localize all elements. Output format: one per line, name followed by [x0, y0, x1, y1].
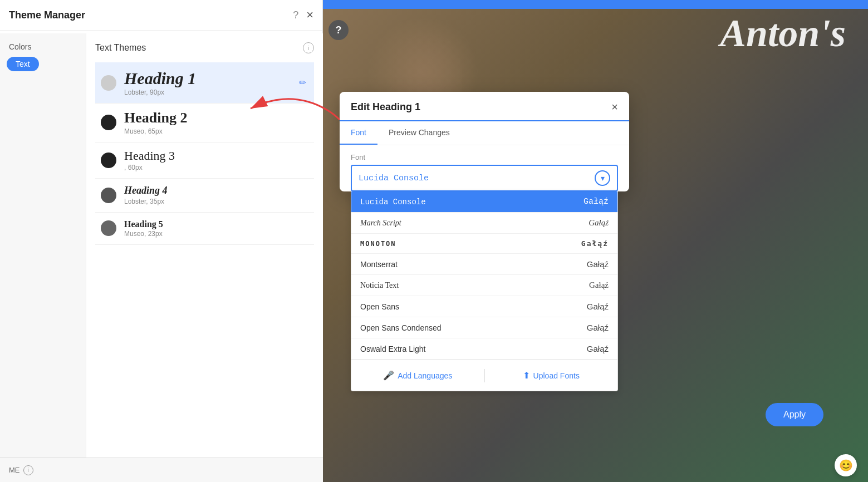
question-icon: ?: [336, 24, 342, 36]
bottom-bar-text: ME: [9, 466, 20, 474]
heading-3-item[interactable]: Heading 3 , 60px: [95, 142, 314, 179]
close-icon: ×: [306, 8, 313, 22]
font-option-open-sans[interactable]: Open Sans Gałąź: [351, 296, 617, 317]
help-button[interactable]: ?: [328, 20, 349, 40]
edit-dialog-title: Edit Heading 1: [351, 101, 420, 113]
font-selector-value: Lucida Console: [359, 174, 429, 183]
heading-1-sub: Lobster, 90px: [124, 88, 297, 96]
heading-1-name: Heading 1: [124, 69, 297, 87]
font-preview-lucida-console: Gałąź: [583, 197, 609, 206]
heading-5-item[interactable]: Heading 5 Museo, 23px: [95, 213, 314, 245]
heading-3-sub: , 60px: [124, 164, 308, 171]
font-preview-open-sans-condensed: Gałąź: [587, 323, 609, 332]
chevron-down-icon[interactable]: ▾: [595, 170, 610, 186]
font-option-open-sans-condensed[interactable]: Open Sans Condensed Gałąź: [351, 317, 617, 338]
smiley-icon: 😊: [839, 459, 853, 472]
bottom-bar: ME i: [0, 458, 323, 482]
tab-font[interactable]: Font: [340, 121, 377, 145]
canvas-top-bar: [323, 0, 868, 9]
bottom-info-icon[interactable]: i: [23, 465, 33, 475]
font-name-monoton: MONOTON: [360, 240, 396, 248]
font-name-oswald-extra-light: Oswald Extra Light: [360, 345, 426, 353]
heading-2-content: Heading 2 Museo, 65px: [124, 110, 308, 135]
close-button[interactable]: ×: [306, 8, 313, 22]
theme-manager-header: Theme Manager ? ×: [0, 0, 322, 31]
font-option-lucida-console[interactable]: Lucida Console Gałąź: [351, 191, 617, 213]
edit-dialog-tabs: Font Preview Changes: [340, 121, 629, 145]
add-languages-label: Add Languages: [398, 371, 452, 380]
header-icons: ? ×: [293, 8, 313, 22]
info-symbol: i: [27, 467, 28, 473]
font-name-march-script: March Script: [360, 219, 401, 228]
font-name-open-sans: Open Sans: [360, 302, 399, 311]
font-dropdown-list[interactable]: Lucida Console Gałąź March Script Gałąź …: [351, 191, 617, 360]
tab-preview-changes[interactable]: Preview Changes: [377, 121, 461, 145]
sidebar: Colors Text: [0, 33, 86, 482]
apply-button[interactable]: Apply: [766, 403, 823, 426]
font-dropdown-footer: 🎤 Add Languages ⬆ Upload Fonts: [351, 360, 617, 391]
font-option-march-script[interactable]: March Script Gałąź: [351, 213, 617, 234]
font-selector-input[interactable]: Lucida Console ▾: [351, 165, 618, 191]
heading-4-sub: Lobster, 35px: [124, 198, 308, 205]
font-option-monoton[interactable]: MONOTON Gałąź: [351, 234, 617, 254]
heading-2-sub: Museo, 65px: [124, 127, 308, 135]
heading-3-dot: [101, 153, 116, 168]
chat-bubble-button[interactable]: 😊: [835, 454, 857, 476]
heading-1-item[interactable]: Heading 1 Lobster, 90px ✏: [95, 62, 314, 104]
font-option-montserrat[interactable]: Montserrat Gałąź: [351, 254, 617, 275]
heading-5-content: Heading 5 Museo, 23px: [124, 219, 308, 238]
font-preview-open-sans: Gałąź: [587, 302, 609, 311]
add-languages-button[interactable]: 🎤 Add Languages: [351, 366, 484, 385]
sidebar-item-text[interactable]: Text: [7, 57, 39, 71]
font-selector-label: Font: [351, 153, 618, 161]
heading-5-sub: Museo, 23px: [124, 230, 308, 238]
heading-3-content: Heading 3 , 60px: [124, 149, 308, 171]
font-name-noticia-text: Noticia Text: [360, 281, 399, 290]
theme-manager-panel: Theme Manager ? × Colors Text Text Theme…: [0, 0, 323, 482]
font-preview-oswald-extra-light: Gałąź: [587, 344, 609, 353]
font-dropdown: Lucida Console Gałąź March Script Gałąź …: [351, 191, 618, 391]
heading-4-name: Heading 4: [124, 185, 308, 196]
font-preview-monoton: Gałąź: [581, 239, 609, 248]
upload-icon: ⬆: [523, 370, 530, 381]
close-icon: ×: [611, 101, 618, 113]
font-selector-area: Font Lucida Console ▾ Lucida Console Gał…: [340, 145, 629, 191]
info-icon[interactable]: i: [303, 42, 314, 53]
help-icon: ?: [293, 9, 298, 21]
heading-4-item[interactable]: Heading 4 Lobster, 35px: [95, 179, 314, 213]
heading-2-name: Heading 2: [124, 110, 308, 126]
upload-fonts-label: Upload Fonts: [533, 371, 580, 380]
font-preview-noticia-text: Gałąź: [589, 281, 609, 290]
microphone-icon: 🎤: [383, 370, 394, 381]
font-preview-march-script: Gałąź: [589, 218, 609, 228]
heading-1-edit-icon[interactable]: ✏: [297, 75, 308, 90]
text-themes-title: Text Themes: [95, 43, 146, 53]
heading-4-dot: [101, 188, 116, 203]
heading-1-content: Heading 1 Lobster, 90px: [124, 69, 297, 96]
help-icon-button[interactable]: ?: [293, 9, 298, 21]
font-option-oswald-extra-light[interactable]: Oswald Extra Light Gałąź: [351, 338, 617, 360]
font-name-open-sans-condensed: Open Sans Condensed: [360, 323, 442, 332]
heading-5-dot: [101, 220, 116, 236]
heading-1-dot: [101, 75, 116, 91]
edit-dialog-header: Edit Heading 1 ×: [340, 92, 629, 121]
text-themes-header: Text Themes i: [95, 42, 314, 53]
heading-2-item[interactable]: Heading 2 Museo, 65px: [95, 104, 314, 142]
colors-label: Colors: [7, 42, 79, 51]
theme-manager-title: Theme Manager: [9, 9, 85, 21]
text-themes-panel: Text Themes i Heading 1 Lobster, 90px ✏ …: [86, 33, 323, 482]
upload-fonts-button[interactable]: ⬆ Upload Fonts: [485, 366, 618, 385]
font-option-noticia-text[interactable]: Noticia Text Gałąź: [351, 275, 617, 296]
heading-4-content: Heading 4 Lobster, 35px: [124, 185, 308, 205]
heading-5-name: Heading 5: [124, 219, 308, 229]
heading-2-dot: [101, 115, 116, 130]
edit-heading-dialog: Edit Heading 1 × Font Preview Changes Fo…: [340, 92, 629, 191]
edit-dialog-close-button[interactable]: ×: [611, 101, 618, 114]
font-name-montserrat: Montserrat: [360, 260, 398, 269]
font-name-lucida-console: Lucida Console: [360, 198, 426, 206]
canvas-brand-text: Anton's: [720, 11, 846, 56]
heading-3-name: Heading 3: [124, 149, 308, 163]
font-preview-montserrat: Gałąź: [587, 259, 609, 269]
